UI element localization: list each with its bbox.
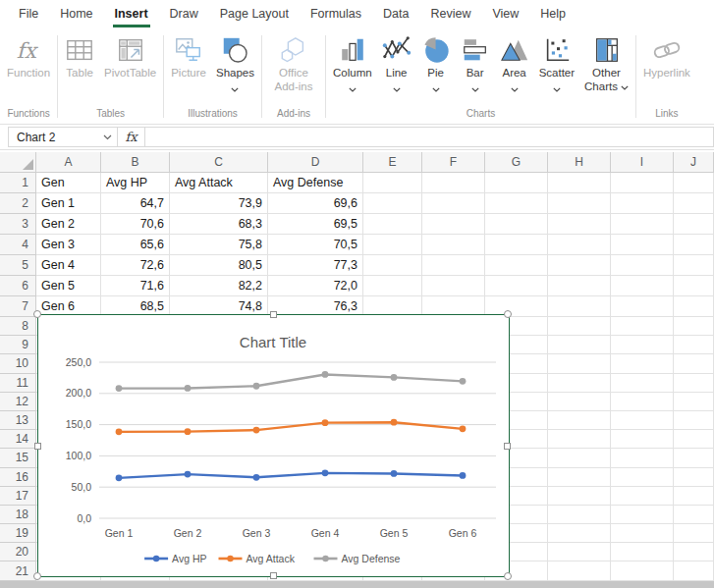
cell-G5[interactable] — [485, 255, 548, 276]
row-header-20[interactable]: 20 — [0, 543, 36, 561]
column-header-C[interactable]: C — [170, 152, 268, 173]
cell-B2[interactable]: 64,7 — [101, 193, 170, 214]
cell-F4[interactable] — [422, 235, 485, 255]
cell-A2[interactable]: Gen 1 — [36, 193, 101, 214]
chart-selection-handle[interactable] — [33, 572, 41, 580]
tab-page-layout[interactable]: Page Layout — [209, 0, 300, 27]
row-header-16[interactable]: 16 — [0, 468, 36, 487]
cell-I11[interactable] — [611, 374, 674, 393]
cell-H16[interactable] — [548, 468, 611, 487]
cell-H17[interactable] — [548, 487, 611, 506]
cell-H13[interactable] — [548, 411, 611, 430]
row-header-21[interactable]: 21 — [0, 561, 36, 580]
ribbon-button-pie[interactable]: Pie — [416, 34, 456, 95]
tab-formulas[interactable]: Formulas — [300, 0, 372, 27]
column-header-F[interactable]: F — [422, 152, 485, 173]
insert-function-button[interactable]: fx — [118, 127, 145, 147]
cell-H15[interactable] — [548, 449, 611, 467]
column-header-A[interactable]: A — [36, 152, 101, 173]
cell-I7[interactable] — [611, 296, 674, 317]
cell-J20[interactable] — [674, 543, 714, 561]
row-header-4[interactable]: 4 — [0, 235, 36, 255]
column-header-H[interactable]: H — [548, 152, 611, 173]
cell-F5[interactable] — [422, 255, 485, 276]
cell-A3[interactable]: Gen 2 — [36, 214, 101, 235]
ribbon-button-line[interactable]: Line — [377, 34, 416, 95]
cell-J13[interactable] — [674, 411, 714, 430]
cell-H1[interactable] — [548, 173, 611, 193]
cell-D1[interactable]: Avg Defense — [268, 173, 363, 193]
row-header-6[interactable]: 6 — [0, 276, 36, 296]
cell-C4[interactable]: 75,8 — [170, 235, 268, 255]
tab-draw[interactable]: Draw — [159, 0, 209, 27]
cell-A5[interactable]: Gen 4 — [36, 255, 101, 276]
cell-H21[interactable] — [548, 561, 611, 580]
row-header-5[interactable]: 5 — [0, 255, 36, 276]
cell-A4[interactable]: Gen 3 — [36, 235, 101, 255]
cell-H10[interactable] — [548, 354, 611, 373]
row-header-9[interactable]: 9 — [0, 336, 36, 354]
row-header-3[interactable]: 3 — [0, 214, 36, 235]
cell-H8[interactable] — [548, 317, 611, 336]
cell-E5[interactable] — [363, 255, 422, 276]
cell-I9[interactable] — [611, 336, 674, 354]
cell-D4[interactable]: 70,5 — [268, 235, 363, 255]
cell-G6[interactable] — [485, 276, 548, 296]
cell-H14[interactable] — [548, 430, 611, 449]
row-header-7[interactable]: 7 — [0, 296, 36, 317]
cell-I12[interactable] — [611, 393, 674, 411]
row-header-12[interactable]: 12 — [0, 393, 36, 411]
column-header-D[interactable]: D — [268, 152, 363, 173]
cell-J2[interactable] — [674, 193, 714, 214]
cell-J10[interactable] — [674, 354, 714, 373]
tab-help[interactable]: Help — [529, 0, 577, 27]
cell-I1[interactable] — [611, 173, 674, 193]
cell-H11[interactable] — [548, 374, 611, 393]
chart-selection-handle[interactable] — [504, 443, 511, 450]
cell-C3[interactable]: 68,3 — [170, 214, 268, 235]
cell-I20[interactable] — [611, 543, 674, 561]
cell-J6[interactable] — [674, 276, 714, 296]
tab-data[interactable]: Data — [372, 0, 419, 27]
cell-J8[interactable] — [674, 317, 714, 336]
cell-J14[interactable] — [674, 430, 714, 449]
cell-D2[interactable]: 69,6 — [268, 193, 363, 214]
row-header-11[interactable]: 11 — [0, 374, 36, 393]
cell-I8[interactable] — [611, 317, 674, 336]
chart-selection-handle[interactable] — [504, 310, 512, 318]
cell-E6[interactable] — [363, 276, 422, 296]
cell-H20[interactable] — [548, 543, 611, 561]
row-header-8[interactable]: 8 — [0, 317, 36, 336]
cell-J16[interactable] — [674, 468, 714, 487]
cell-I18[interactable] — [611, 506, 674, 524]
cell-I16[interactable] — [611, 468, 674, 487]
cell-E1[interactable] — [363, 173, 422, 193]
cell-H5[interactable] — [548, 255, 611, 276]
chart-selection-handle[interactable] — [270, 572, 277, 579]
cell-C5[interactable]: 80,5 — [170, 255, 268, 276]
formula-input[interactable] — [145, 127, 714, 147]
ribbon-button-other-charts[interactable]: OtherCharts — [579, 34, 633, 94]
cell-H9[interactable] — [548, 336, 611, 354]
name-box[interactable]: Chart 2 — [8, 127, 118, 147]
cell-J19[interactable] — [674, 524, 714, 543]
ribbon-button-area[interactable]: Area — [495, 34, 534, 95]
cell-I3[interactable] — [611, 214, 674, 235]
cell-I2[interactable] — [611, 193, 674, 214]
cell-H12[interactable] — [548, 393, 611, 411]
column-header-B[interactable]: B — [101, 152, 170, 173]
select-all-corner[interactable] — [0, 152, 36, 173]
cell-F2[interactable] — [422, 193, 485, 214]
cell-B6[interactable]: 71,6 — [101, 276, 170, 296]
chart-selection-handle[interactable] — [270, 311, 277, 318]
cell-C6[interactable]: 82,2 — [170, 276, 268, 296]
cell-H3[interactable] — [548, 214, 611, 235]
ribbon-button-column[interactable]: Column — [328, 34, 377, 95]
row-header-10[interactable]: 10 — [0, 354, 36, 373]
cell-J5[interactable] — [674, 255, 714, 276]
cell-H4[interactable] — [548, 235, 611, 255]
cell-H7[interactable] — [548, 296, 611, 317]
cell-C2[interactable]: 73,9 — [170, 193, 268, 214]
ribbon-button-scatter[interactable]: Scatter — [534, 34, 579, 95]
row-header-15[interactable]: 15 — [0, 449, 36, 467]
